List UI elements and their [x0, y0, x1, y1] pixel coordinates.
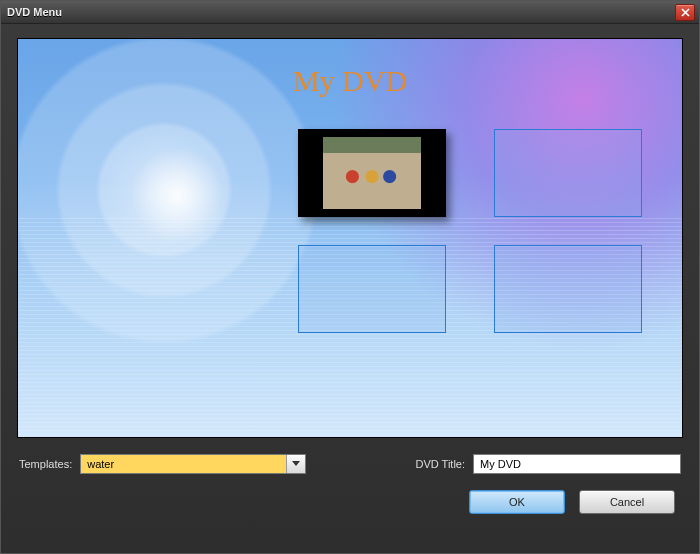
- close-icon: [681, 8, 690, 17]
- video-slot-4[interactable]: [494, 245, 642, 333]
- menu-title: My DVD: [18, 64, 682, 98]
- menu-preview: My DVD: [17, 38, 683, 438]
- fields-row: Templates: water DVD Title:: [19, 454, 681, 474]
- video-slots: [298, 129, 658, 333]
- cancel-button-label: Cancel: [610, 496, 644, 508]
- preview-area: My DVD: [1, 24, 699, 446]
- water-glare: [98, 150, 258, 380]
- video-slot-2[interactable]: [494, 129, 642, 217]
- dvd-title-group: DVD Title:: [415, 454, 681, 474]
- ok-button-label: OK: [509, 496, 525, 508]
- templates-selected: water: [81, 455, 286, 473]
- ok-button[interactable]: OK: [469, 490, 565, 514]
- close-button[interactable]: [675, 4, 695, 21]
- combobox-arrow[interactable]: [286, 455, 305, 473]
- video-slot-3[interactable]: [298, 245, 446, 333]
- window-title: DVD Menu: [7, 6, 62, 18]
- dvd-menu-dialog: DVD Menu My DVD Templates:: [0, 0, 700, 554]
- video-thumbnail: [323, 137, 421, 209]
- templates-label: Templates:: [19, 458, 72, 470]
- chevron-down-icon: [292, 461, 300, 467]
- dvd-title-label: DVD Title:: [415, 458, 465, 470]
- titlebar: DVD Menu: [1, 1, 699, 24]
- video-slot-1[interactable]: [298, 129, 446, 217]
- templates-combobox[interactable]: water: [80, 454, 306, 474]
- controls: Templates: water DVD Title: OK: [1, 446, 699, 514]
- button-row: OK Cancel: [19, 490, 681, 514]
- cancel-button[interactable]: Cancel: [579, 490, 675, 514]
- dvd-title-input[interactable]: [473, 454, 681, 474]
- templates-group: Templates: water: [19, 454, 306, 474]
